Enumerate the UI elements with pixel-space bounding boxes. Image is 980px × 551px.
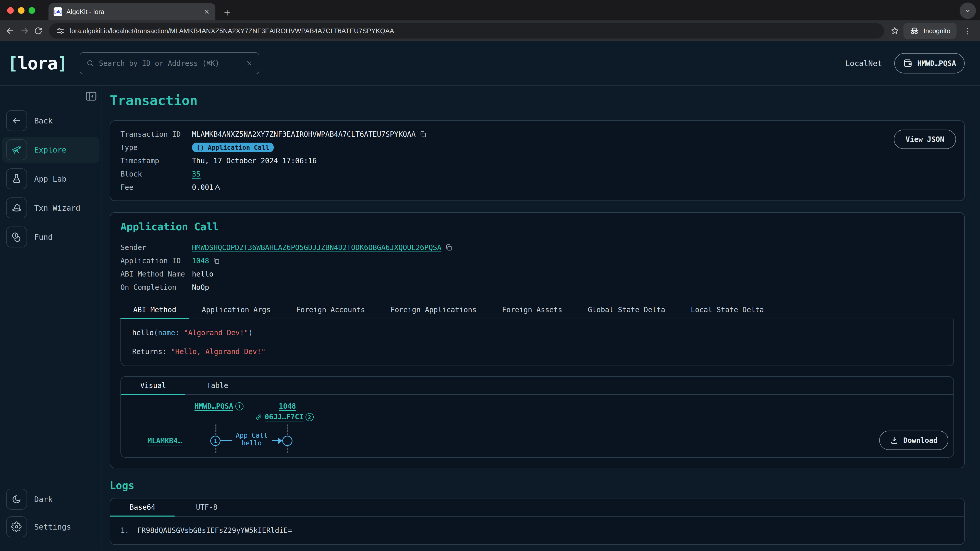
logo-bracket-right: ] [57,53,67,73]
back-button[interactable] [5,26,15,36]
log-entry-index: 1. [121,526,129,535]
wallet-address: HMWD…PQSA [917,59,956,68]
tab-search-button[interactable] [959,3,976,19]
wallet-button[interactable]: HMWD…PQSA [894,53,965,73]
moon-icon [6,489,27,510]
sender-link[interactable]: HMWDSHQCOPD2T36WBAHLAZ6PO5GDJJZBN4D2TODK… [192,243,442,252]
algo-icon [215,184,221,190]
download-button[interactable]: Download [879,430,948,450]
sidebar-item-back[interactable]: Back [2,108,100,134]
app-call-glyph: () [197,144,204,151]
txid-value: MLAMKB4ANXZ5NA2XY7ZNF3EAIROHVWPAB4A7CLT6… [192,130,416,138]
graph-edge-line [221,440,232,441]
log-entry-value: FR98dQAUSGVsbG8sIEFsZ29yYW5kIERldiE= [137,526,292,535]
tab-local-state-delta[interactable]: Local State Delta [678,301,777,319]
txid-label: Transaction ID [121,130,192,138]
transaction-card: View JSON Transaction ID MLAMKB4ANXZ5NA2… [110,121,965,201]
sidebar-collapse-icon[interactable] [85,90,97,103]
copy-icon[interactable] [445,244,453,251]
sidebar-item-label: App Lab [34,175,66,183]
telescope-icon [6,139,27,160]
type-label: Type [121,143,192,152]
tab-table[interactable]: Table [185,377,250,394]
block-label: Block [121,170,192,178]
graph-row-txn-link[interactable]: MLAMKB4… [148,437,182,445]
application-call-card: Application Call Sender HMWDSHQCOPD2T36W… [110,212,965,468]
copy-icon[interactable] [419,130,427,138]
abi-method-panel: hello(name: "Algorand Dev!") Returns: "H… [121,319,954,366]
flask-icon [6,168,27,189]
tab-global-state-delta[interactable]: Global State Delta [575,301,678,319]
graph-arrowhead [278,438,282,444]
reload-button[interactable] [34,26,43,35]
tab-application-args[interactable]: Application Args [189,301,283,319]
view-json-button[interactable]: View JSON [894,130,956,149]
new-tab-button[interactable] [223,8,232,17]
graph-group-link[interactable]: 06JJ…F7CI [265,413,304,421]
logs-title: Logs [110,480,965,491]
sidebar: Back Explore App Lab [0,86,102,551]
bookmark-star-icon[interactable] [890,26,899,35]
forward-button[interactable] [19,26,30,36]
lora-logo[interactable]: [lora] [8,53,67,73]
sidebar-item-label: Explore [34,145,66,154]
tab-base64[interactable]: Base64 [110,499,175,516]
block-link[interactable]: 35 [192,170,200,178]
tab-strip: [ak] AlgoKit - lora [0,0,980,21]
search-input[interactable] [99,59,242,68]
abi-method-name-label: ABI Method Name [121,270,192,278]
site-settings-icon[interactable] [56,27,65,35]
sidebar-item-explore[interactable]: Explore [2,137,100,163]
sidebar-item-fund[interactable]: Fund [2,224,100,250]
wallet-icon [903,59,913,68]
browser-chrome: [ak] AlgoKit - lora [0,0,980,41]
fee-label: Fee [121,183,192,192]
browser-menu-button[interactable]: ⋮ [961,26,975,36]
graph-group-number: 2 [305,413,313,421]
browser-tab[interactable]: [ak] AlgoKit - lora [48,3,215,21]
close-window-button[interactable] [7,7,14,14]
address-bar[interactable]: lora.algokit.io/localnet/transaction/MLA… [49,23,884,38]
sidebar-item-label: Fund [34,233,52,241]
timestamp-value: Thu, 17 October 2024 17:06:16 [192,157,954,165]
network-selector[interactable]: LocalNet [845,59,882,68]
log-entry: 1. FR98dQAUSGVsbG8sIEFsZ29yYW5kIERldiE= [110,516,964,545]
abi-returns-line: Returns: "Hello, Algorand Dev!" [132,347,942,357]
fee-value: 0.001 [192,183,213,192]
sidebar-item-app-lab[interactable]: App Lab [2,166,100,192]
sidebar-item-theme-toggle[interactable]: Dark [2,486,100,512]
tab-favicon: [ak] [54,7,62,16]
application-id-label: Application ID [121,257,192,265]
application-id-link[interactable]: 1048 [192,257,209,265]
sidebar-item-txn-wizard[interactable]: Txn Wizard [2,195,100,221]
graph-sender-link[interactable]: HMWD…PQSA [194,402,233,410]
app-call-tabs: ABI Method Application Args Foreign Acco… [121,301,954,319]
sidebar-footer: Dark Settings [0,485,102,551]
minimize-window-button[interactable] [18,7,24,14]
sidebar-item-label: Txn Wizard [34,203,80,213]
search-clear-icon[interactable] [246,60,253,67]
logs-tabs: Base64 UTF-8 [110,499,964,516]
search-box[interactable] [80,52,259,74]
group-link-icon [255,413,262,421]
app-header: [lora] LocalNet HMWD…PQSA [0,41,980,86]
tab-abi-method[interactable]: ABI Method [121,301,189,319]
incognito-label: Incognito [923,27,950,35]
tab-foreign-accounts[interactable]: Foreign Accounts [283,301,378,319]
wizard-hat-icon [6,197,27,218]
download-icon [890,436,899,445]
tab-close-icon[interactable] [203,8,210,15]
sidebar-item-settings[interactable]: Settings [2,514,100,540]
graph-app-link[interactable]: 1048 [279,402,296,410]
abi-method-name-value: hello [192,270,954,278]
zoom-window-button[interactable] [29,7,35,14]
graph-node-sender[interactable]: 1 [210,436,221,446]
graph-edge-label: App Call hello [235,432,267,447]
tab-foreign-assets[interactable]: Foreign Assets [489,301,575,319]
browser-toolbar: lora.algokit.io/localnet/transaction/MLA… [0,21,980,41]
tab-visual[interactable]: Visual [121,377,185,394]
copy-icon[interactable] [213,257,220,265]
tab-foreign-applications[interactable]: Foreign Applications [378,301,489,319]
graph-node-app[interactable] [282,436,293,446]
tab-utf8[interactable]: UTF-8 [175,499,239,516]
